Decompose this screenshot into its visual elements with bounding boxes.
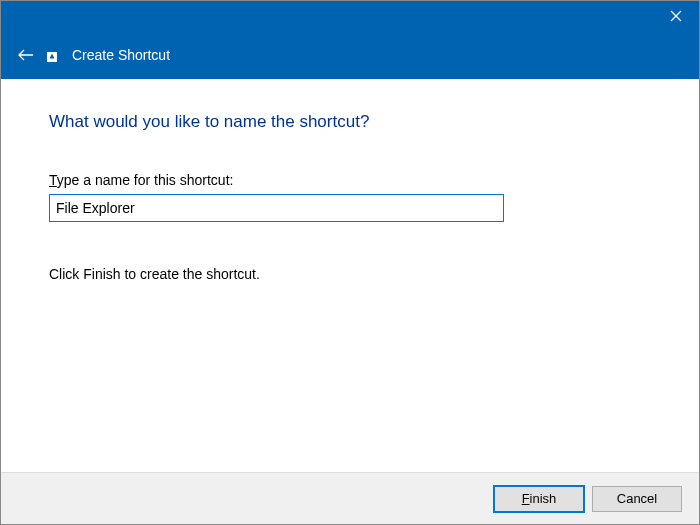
back-arrow-icon <box>18 49 34 61</box>
cancel-button[interactable]: Cancel <box>592 486 682 512</box>
close-button[interactable] <box>653 1 699 31</box>
back-button[interactable] <box>18 49 34 61</box>
page-heading: What would you like to name the shortcut… <box>49 112 651 132</box>
shortcut-name-input[interactable] <box>49 194 504 222</box>
create-shortcut-wizard: Create Shortcut What would you like to n… <box>0 0 700 525</box>
shortcut-name-label: Type a name for this shortcut: <box>49 172 651 188</box>
shortcut-icon <box>47 52 57 62</box>
window-title: Create Shortcut <box>72 47 170 63</box>
content-area: What would you like to name the shortcut… <box>1 79 699 472</box>
footer: Finish Cancel <box>1 472 699 524</box>
titlebar: Create Shortcut <box>1 1 699 79</box>
finish-button[interactable]: Finish <box>494 486 584 512</box>
instruction-text: Click Finish to create the shortcut. <box>49 266 651 282</box>
close-icon <box>670 10 682 22</box>
